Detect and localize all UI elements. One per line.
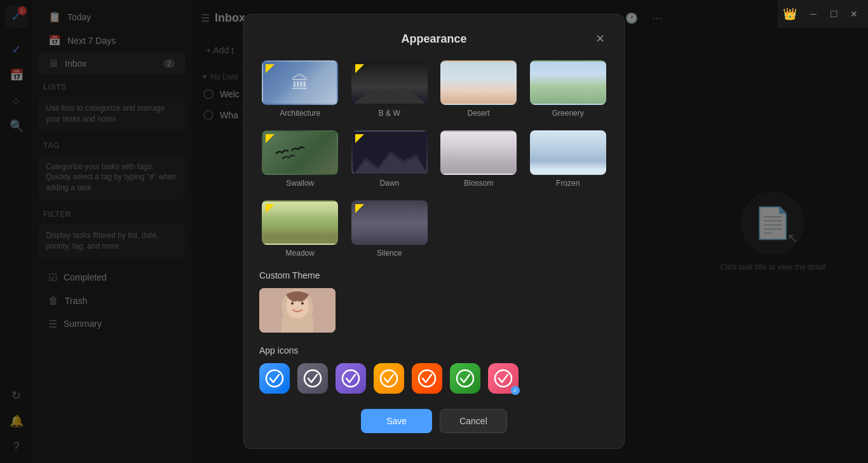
window-controls: 👑 ─ ☐ ✕ (778, 0, 868, 28)
theme-label-swallow: Swallow (286, 179, 314, 188)
svg-point-11 (342, 370, 359, 387)
theme-item-dawn[interactable]: Dawn (349, 130, 431, 188)
theme-item-frozen[interactable]: Frozen (527, 130, 609, 188)
theme-item-bw[interactable]: B & W (349, 60, 431, 118)
theme-item-meadow[interactable]: Meadow (259, 200, 341, 258)
theme-preview-silence (351, 200, 428, 245)
maximize-button[interactable]: ☐ (825, 5, 843, 23)
theme-label-architecture: Architecture (280, 109, 320, 118)
custom-theme-preview[interactable] (259, 288, 336, 333)
theme-label-silence: Silence (377, 249, 402, 258)
modal-footer: Save Cancel (259, 409, 609, 433)
theme-preview-bw (351, 60, 428, 105)
theme-grid-row3: Meadow Silence (259, 200, 609, 258)
custom-theme-section: Custom Theme (259, 270, 609, 333)
app-icon-pink[interactable]: ✓ (488, 363, 519, 394)
svg-rect-5 (281, 317, 313, 333)
appearance-modal: Appearance ✕ 🏛 Architecture B & W Desert (243, 14, 625, 449)
theme-label-greenery: Greenery (552, 109, 584, 118)
app-icons-section: App icons (259, 345, 609, 394)
svg-point-10 (304, 370, 321, 387)
svg-point-13 (419, 370, 435, 387)
svg-point-7 (291, 302, 294, 305)
modal-overlay[interactable]: Appearance ✕ 🏛 Architecture B & W Desert (0, 0, 868, 463)
modal-title: Appearance (277, 32, 591, 46)
theme-label-frozen: Frozen (556, 179, 580, 188)
theme-item-architecture[interactable]: 🏛 Architecture (259, 60, 341, 118)
app-icon-gray[interactable] (297, 363, 328, 394)
cancel-button[interactable]: Cancel (440, 409, 507, 433)
app-icon-blue[interactable] (259, 363, 290, 394)
crown-icon: 👑 (783, 7, 797, 21)
app-icon-purple[interactable] (336, 363, 366, 394)
custom-theme-label: Custom Theme (259, 270, 609, 280)
theme-preview-swallow (262, 130, 338, 175)
theme-preview-desert (440, 60, 517, 105)
app-icon-orange-yellow[interactable] (374, 363, 404, 394)
theme-preview-blossom (440, 130, 517, 175)
app-icons-label: App icons (259, 345, 609, 356)
app-icons-row: ✓ (259, 363, 609, 394)
save-button[interactable]: Save (361, 409, 432, 433)
theme-item-blossom[interactable]: Blossom (438, 130, 520, 188)
svg-point-14 (457, 370, 473, 387)
theme-item-silence[interactable]: Silence (349, 200, 431, 258)
theme-preview-greenery (530, 60, 606, 105)
theme-label-blossom: Blossom (464, 179, 493, 188)
app-icon-orange-red[interactable] (412, 363, 442, 394)
svg-point-15 (495, 370, 512, 387)
theme-preview-architecture: 🏛 (262, 60, 338, 105)
svg-point-9 (266, 370, 283, 387)
theme-item-desert[interactable]: Desert (438, 60, 520, 118)
theme-label-desert: Desert (468, 109, 490, 118)
theme-label-meadow: Meadow (286, 249, 315, 258)
svg-point-8 (301, 302, 304, 305)
close-button[interactable]: ✕ (845, 5, 863, 23)
theme-preview-dawn (351, 130, 428, 175)
modal-header: Appearance ✕ (259, 30, 609, 48)
theme-label-dawn: Dawn (379, 179, 399, 188)
selected-icon-badge: ✓ (511, 386, 520, 395)
svg-point-12 (381, 370, 397, 387)
theme-label-bw: B & W (379, 109, 400, 118)
theme-preview-frozen (530, 130, 606, 175)
theme-preview-meadow (262, 200, 338, 245)
theme-grid-row1: 🏛 Architecture B & W Desert Greenery (259, 60, 609, 118)
theme-item-swallow[interactable]: Swallow (259, 130, 341, 188)
theme-item-greenery[interactable]: Greenery (527, 60, 609, 118)
minimize-button[interactable]: ─ (804, 5, 822, 23)
theme-grid-row2: Swallow Dawn Blossom Frozen (259, 130, 609, 188)
modal-close-button[interactable]: ✕ (591, 30, 609, 48)
app-icon-green[interactable] (450, 363, 480, 394)
